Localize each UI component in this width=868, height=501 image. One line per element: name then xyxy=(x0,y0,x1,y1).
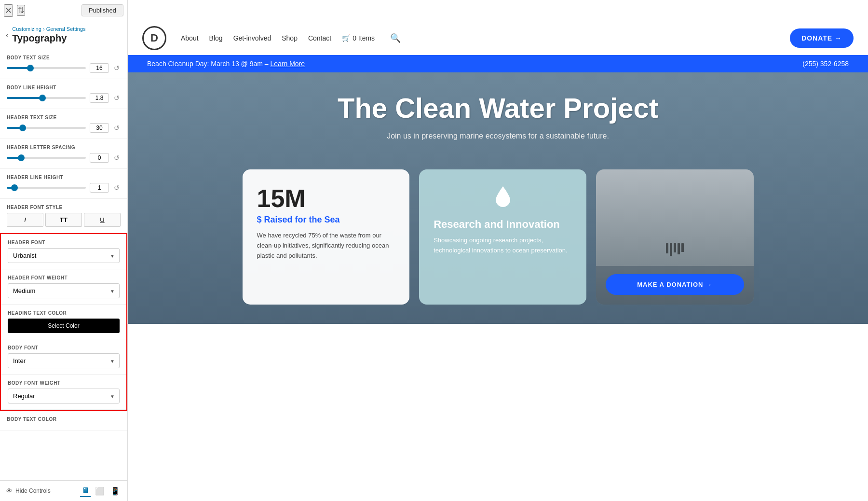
hero-title: The Clean Water Project xyxy=(338,92,658,124)
font-style-buttons: I TT U xyxy=(7,213,121,227)
close-button[interactable]: ✕ xyxy=(4,4,13,17)
make-donation-button[interactable]: MAKE A DONATION → xyxy=(606,274,744,295)
nav-link-shop[interactable]: Shop xyxy=(282,34,298,42)
header-text-size-row: ↺ xyxy=(7,123,121,133)
cart-count: 0 Items xyxy=(353,34,375,42)
body-text-color-section: BODY TEXT COLOR xyxy=(0,411,127,431)
body-line-height-label: BODY LINE HEIGHT xyxy=(7,85,121,90)
published-button[interactable]: Published xyxy=(81,4,123,16)
sidebar-title: Typography xyxy=(12,33,85,44)
header-line-height-reset[interactable]: ↺ xyxy=(113,184,121,192)
body-font-weight-select[interactable]: Thin Light Regular Medium Bold xyxy=(8,389,120,404)
body-line-height-reset[interactable]: ↺ xyxy=(113,94,121,102)
site-preview: D About Blog Get-involved Shop Contact 🛒… xyxy=(128,21,868,501)
header-letter-spacing-section: HEADER LETTER SPACING ↺ xyxy=(0,139,127,169)
site-hero: The Clean Water Project Join us in prese… xyxy=(128,72,868,324)
preview-buttons: 🖥 ⬜ 📱 xyxy=(80,485,122,497)
sidebar-bottom: 👁 Hide Controls 🖥 ⬜ 📱 xyxy=(0,480,127,501)
cart-icon: 🛒 xyxy=(342,34,350,42)
header-font-select[interactable]: Urbanist Inter Roboto Open Sans Lato xyxy=(8,248,120,263)
site-banner: Beach Cleanup Day: March 13 @ 9am – Lear… xyxy=(128,55,868,72)
banner-phone: (255) 352-6258 xyxy=(802,60,849,68)
search-icon[interactable]: 🔍 xyxy=(390,33,401,43)
nav-link-about[interactable]: About xyxy=(181,34,199,42)
italic-button[interactable]: I xyxy=(7,213,43,227)
site-nav: D About Blog Get-involved Shop Contact 🛒… xyxy=(128,21,868,55)
body-font-weight-select-wrapper: Thin Light Regular Medium Bold xyxy=(8,389,120,404)
nav-link-get-involved[interactable]: Get-involved xyxy=(233,34,271,42)
card-fundraising: 15M $ Raised for the Sea We have recycle… xyxy=(243,169,410,305)
body-line-height-section: BODY LINE HEIGHT ↺ xyxy=(0,79,127,109)
sidebar: ‹ Customizing › General Settings Typogra… xyxy=(0,21,128,501)
header-line-height-input[interactable] xyxy=(90,183,109,193)
breadcrumb: Customizing › General Settings xyxy=(12,26,85,32)
header-font-label: HEADER FONT xyxy=(8,240,120,245)
body-font-weight-section: BODY FONT WEIGHT Thin Light Regular Medi… xyxy=(1,375,126,410)
underline-button[interactable]: U xyxy=(84,213,121,227)
card-teal-text: Showcasing ongoing research projects, te… xyxy=(434,236,572,256)
body-font-weight-label: BODY FONT WEIGHT xyxy=(8,380,120,386)
highlighted-section: HEADER FONT Urbanist Inter Roboto Open S… xyxy=(0,233,127,411)
body-line-height-slider[interactable] xyxy=(7,97,86,99)
body-text-size-reset[interactable]: ↺ xyxy=(113,64,121,72)
body-text-color-label: BODY TEXT COLOR xyxy=(7,417,121,422)
header-letter-spacing-input[interactable] xyxy=(90,153,109,163)
card-tagline: $ Raised for the Sea xyxy=(257,215,395,225)
header-text-size-slider[interactable] xyxy=(7,127,86,129)
header-font-select-wrapper: Urbanist Inter Roboto Open Sans Lato xyxy=(8,248,120,263)
header-letter-spacing-label: HEADER LETTER SPACING xyxy=(7,145,121,150)
header-text-size-input[interactable] xyxy=(90,123,109,133)
header-line-height-label: HEADER LINE HEIGHT xyxy=(7,175,121,180)
nav-link-contact[interactable]: Contact xyxy=(308,34,331,42)
nav-link-blog[interactable]: Blog xyxy=(209,34,223,42)
header-text-size-section: HEADER TEXT SIZE ↺ xyxy=(0,109,127,139)
nav-cart: 🛒 0 Items xyxy=(342,34,375,42)
card-text: We have recycled 75% of the waste from o… xyxy=(257,231,395,261)
bold-button[interactable]: TT xyxy=(45,213,82,227)
sidebar-breadcrumb-area: Customizing › General Settings Typograph… xyxy=(12,26,85,44)
header-font-weight-select[interactable]: Thin Light Regular Medium Bold Black xyxy=(8,283,120,298)
body-text-size-slider[interactable] xyxy=(7,67,86,69)
sidebar-header: ‹ Customizing › General Settings Typogra… xyxy=(0,21,127,49)
body-font-select-wrapper: Inter Urbanist Roboto Open Sans Lato xyxy=(8,353,120,368)
feature-cards: 15M $ Raised for the Sea We have recycle… xyxy=(233,169,763,305)
back-button[interactable]: ‹ xyxy=(6,31,8,40)
header-text-size-reset[interactable]: ↺ xyxy=(113,124,121,132)
body-text-size-input[interactable] xyxy=(90,63,109,73)
eye-icon: 👁 xyxy=(6,487,13,495)
header-line-height-row: ↺ xyxy=(7,183,121,193)
body-text-size-section: BODY TEXT SIZE ↺ xyxy=(0,49,127,79)
tablet-preview-button[interactable]: ⬜ xyxy=(94,485,106,497)
body-line-height-row: ↺ xyxy=(7,93,121,103)
header-font-style-section: HEADER FONT STYLE I TT U xyxy=(0,199,127,233)
header-line-height-section: HEADER LINE HEIGHT ↺ xyxy=(0,169,127,199)
header-line-height-slider[interactable] xyxy=(7,187,86,189)
hide-controls-button[interactable]: 👁 Hide Controls xyxy=(6,487,51,495)
donate-button[interactable]: DONATE → xyxy=(790,28,854,48)
banner-link[interactable]: Learn More xyxy=(270,60,305,68)
body-font-select[interactable]: Inter Urbanist Roboto Open Sans Lato xyxy=(8,353,120,368)
breadcrumb-page: General Settings xyxy=(46,26,86,32)
header-letter-spacing-row: ↺ xyxy=(7,153,121,163)
banner-text: Beach Cleanup Day: March 13 @ 9am – Lear… xyxy=(147,60,305,68)
header-letter-spacing-slider[interactable] xyxy=(7,157,86,159)
desktop-preview-button[interactable]: 🖥 xyxy=(80,485,91,497)
top-bar-left: ✕ ⇅ Published xyxy=(0,0,128,21)
select-color-button[interactable]: Select Color xyxy=(8,319,120,333)
undo-redo-button[interactable]: ⇅ xyxy=(17,5,25,16)
heading-text-color-label: HEADING TEXT COLOR xyxy=(8,310,120,316)
header-letter-spacing-reset[interactable]: ↺ xyxy=(113,154,121,162)
header-font-weight-section: HEADER FONT WEIGHT Thin Light Regular Me… xyxy=(1,269,126,305)
header-text-size-label: HEADER TEXT SIZE xyxy=(7,115,121,120)
body-text-size-label: BODY TEXT SIZE xyxy=(7,55,121,60)
body-text-size-row: ↺ xyxy=(7,63,121,73)
body-font-label: BODY FONT xyxy=(8,345,120,350)
card-number: 15M xyxy=(257,184,395,213)
card-title: Research and Innovation xyxy=(434,218,572,231)
mobile-preview-button[interactable]: 📱 xyxy=(109,485,122,497)
card-photo: MAKE A DONATION → xyxy=(596,169,754,305)
header-font-style-label: HEADER FONT STYLE xyxy=(7,205,121,210)
site-nav-links: About Blog Get-involved Shop Contact 🛒 0… xyxy=(181,33,401,43)
heading-text-color-section: HEADING TEXT COLOR Select Color xyxy=(1,305,126,339)
body-line-height-input[interactable] xyxy=(90,93,109,103)
